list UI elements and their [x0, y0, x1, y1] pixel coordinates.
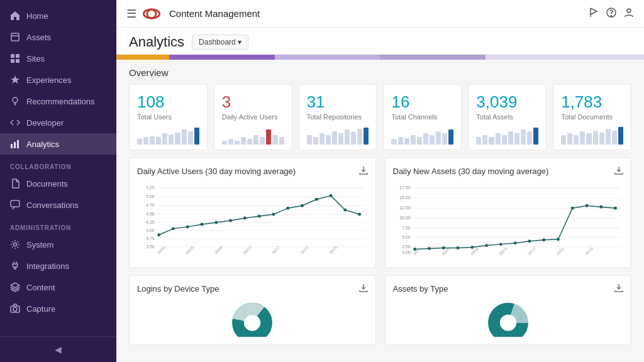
bar	[222, 141, 227, 145]
stat-card-total-users: 108 Total Users	[129, 84, 208, 150]
svg-text:3.50: 3.50	[146, 244, 155, 249]
sidebar-item-analytics[interactable]: Analytics	[0, 133, 116, 155]
svg-rect-3	[11, 59, 14, 63]
bar	[482, 135, 487, 145]
svg-point-84	[599, 206, 602, 209]
svg-text:15.00: 15.00	[399, 195, 410, 200]
chart-header-dna: Daily New Assets (30 day moving average)	[393, 166, 624, 177]
svg-point-42	[272, 213, 275, 216]
sidebar-item-conversations[interactable]: Conversations	[0, 194, 116, 216]
download-dna-icon[interactable]	[614, 166, 623, 177]
bar	[612, 131, 617, 145]
svg-rect-4	[16, 59, 19, 63]
svg-text:5.00: 5.00	[402, 235, 411, 239]
bar	[253, 135, 258, 145]
sidebar-item-capture[interactable]: Capture	[0, 298, 116, 319]
download-dau-icon[interactable]	[359, 166, 368, 177]
sidebar-item-assets[interactable]: Assets	[0, 26, 116, 48]
svg-rect-6	[11, 144, 13, 148]
stat-bars-total-channels	[391, 126, 453, 145]
sidebar-item-documents[interactable]: Documents	[0, 173, 116, 194]
sidebar-collapse-button[interactable]: ◀	[50, 342, 67, 357]
bar	[593, 131, 598, 145]
user-icon[interactable]	[624, 8, 634, 20]
main-area: ☰ Content Management Analytics Dashboa	[116, 0, 644, 362]
svg-point-16	[611, 15, 612, 16]
sidebar-item-label: Assets	[26, 33, 51, 42]
svg-point-41	[258, 215, 261, 218]
stat-bars-daily-active-users	[222, 126, 284, 145]
svg-text:2.50: 2.50	[402, 244, 411, 249]
svg-text:5.25: 5.25	[146, 185, 155, 190]
sidebar-item-label: Sites	[26, 54, 45, 63]
home-icon	[10, 11, 20, 21]
sidebar-item-label: System	[26, 240, 53, 250]
stat-value-total-users: 108	[137, 92, 199, 112]
bar	[521, 129, 526, 145]
svg-point-78	[513, 241, 516, 244]
help-icon[interactable]	[606, 8, 616, 20]
chart-daily-new-assets: Daily New Assets (30 day moving average)…	[385, 158, 632, 268]
svg-text:06/17: 06/17	[527, 246, 536, 256]
stat-value-daily-active-users: 3	[222, 92, 284, 112]
svg-text:10.00: 10.00	[399, 216, 410, 220]
svg-text:06/25: 06/25	[584, 246, 594, 256]
banner-strip	[116, 55, 644, 60]
svg-point-36	[186, 225, 189, 228]
bar-chart-icon	[10, 139, 20, 149]
svg-text:4.50: 4.50	[146, 212, 155, 216]
flag-icon[interactable]	[589, 8, 599, 20]
bar	[442, 133, 447, 145]
bar	[489, 137, 494, 145]
stat-card-total-repos: 31 Total Repositories	[299, 84, 377, 150]
sidebar-item-home[interactable]: Home	[0, 5, 116, 26]
lightbulb-icon	[10, 96, 20, 106]
star-icon	[10, 75, 20, 85]
dashboard-dropdown-button[interactable]: Dashboard ▾	[192, 35, 248, 50]
bar	[436, 131, 441, 145]
bar	[574, 135, 579, 145]
stat-value-total-documents: 1,783	[561, 92, 623, 112]
menu-icon[interactable]: ☰	[126, 7, 136, 21]
svg-point-44	[301, 204, 304, 207]
sidebar-item-recommendations[interactable]: Recommendations	[0, 90, 116, 112]
svg-point-39	[229, 219, 232, 222]
admin-section-label: ADMINISTRATION	[0, 216, 116, 234]
svg-point-82	[570, 207, 574, 210]
bar-accent	[618, 127, 623, 145]
sidebar-item-system[interactable]: System	[0, 234, 116, 255]
bar	[332, 131, 337, 145]
topbar: ☰ Content Management	[116, 0, 644, 28]
svg-point-75	[470, 246, 474, 249]
bar	[241, 137, 246, 145]
svg-rect-7	[14, 142, 16, 148]
plug-icon	[10, 261, 20, 271]
download-logins-icon[interactable]	[359, 283, 368, 294]
bar	[502, 135, 507, 145]
sidebar-item-content[interactable]: Content	[0, 277, 116, 298]
bar	[496, 133, 501, 145]
sidebar-item-experiences[interactable]: Experiences	[0, 69, 116, 90]
svg-point-40	[243, 217, 247, 220]
bar	[417, 137, 422, 145]
svg-rect-8	[17, 140, 19, 148]
bar	[228, 139, 233, 145]
bar	[345, 129, 350, 145]
bar	[404, 138, 409, 145]
stat-card-total-documents: 1,783 Total Documents	[553, 84, 631, 150]
bar	[351, 131, 356, 145]
bar	[514, 133, 519, 145]
svg-point-5	[13, 97, 18, 102]
sidebar-item-developer[interactable]: Developer	[0, 112, 116, 133]
content-area: Analytics Dashboard ▾ Overview 108 Total…	[116, 28, 644, 362]
svg-point-72	[427, 247, 430, 250]
chart-header-logins: Logins by Device Type	[137, 283, 368, 294]
topbar-logo	[143, 8, 160, 20]
sidebar-item-integrations[interactable]: Integrations	[0, 255, 116, 277]
stat-label-total-channels: Total Channels	[391, 113, 453, 121]
chart-header-assets-type: Assets by Type	[393, 283, 624, 294]
download-assets-type-icon[interactable]	[614, 283, 623, 294]
svg-point-80	[542, 238, 545, 241]
svg-text:17.50: 17.50	[399, 185, 410, 190]
sidebar-item-sites[interactable]: Sites	[0, 48, 116, 69]
